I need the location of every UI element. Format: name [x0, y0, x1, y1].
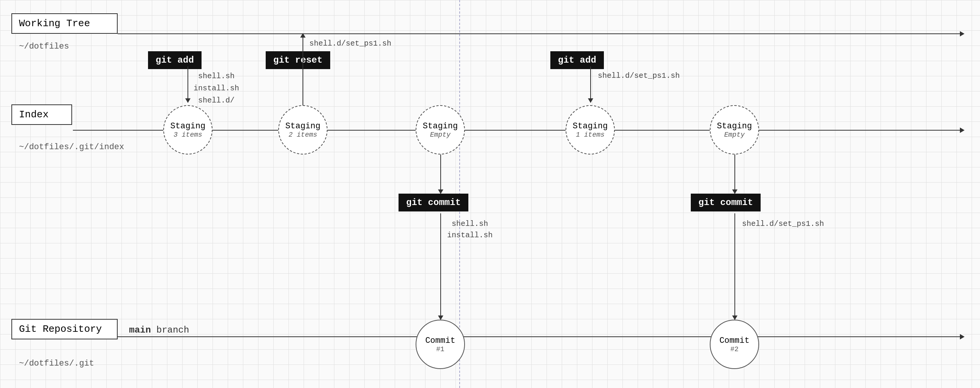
arrow-commit1-cmd-circle: [440, 213, 441, 320]
cmd-git-add-2: git add: [550, 51, 604, 69]
annotation-commit2: shell.d/set_ps1.sh: [742, 218, 824, 230]
annotation-reset: shell.d/set_ps1.sh: [309, 38, 391, 49]
index-label-box: Index: [11, 104, 72, 125]
connector-commit1-commit2: [465, 336, 655, 337]
main-branch-label: main branch: [129, 325, 189, 335]
staging-circle-1: Staging 3 items: [163, 105, 213, 154]
working-tree-label-box: Working Tree: [11, 13, 118, 34]
commit-circle-1: Commit #1: [415, 320, 465, 369]
working-tree-timeline: [118, 33, 964, 34]
repo-arrow-end: [759, 336, 964, 337]
repo-label-box: Git Repository: [11, 319, 118, 339]
connector-s4-s5: [615, 130, 710, 130]
cmd-git-add-1: git add: [148, 51, 202, 69]
arrow-s3-commit1-cmd: [440, 154, 441, 194]
staging-circle-4: Staging 1 items: [566, 105, 615, 154]
connector-s2-s3: [328, 130, 415, 130]
repo-sublabel: ~/dotfiles/.git: [19, 359, 94, 368]
staging-arrow-end: [759, 130, 964, 130]
commit-circle-2: Commit #2: [710, 320, 759, 369]
cmd-git-commit-1: git commit: [399, 194, 468, 211]
arrow-reset-up: [302, 33, 303, 105]
working-tree-sublabel: ~/dotfiles: [19, 42, 69, 51]
arrow-s5-commit2-cmd: [735, 154, 735, 194]
annotation-commit1: shell.shinstall.sh: [447, 218, 493, 241]
staging-circle-3: Staging Empty: [415, 105, 465, 154]
repo-label: Git Repository: [19, 323, 102, 335]
staging-circle-2: Staging 2 items: [278, 105, 328, 154]
working-tree-label: Working Tree: [19, 18, 90, 29]
annotation-add1: shell.shinstall.shshell.d/: [194, 70, 239, 107]
connector-s3-s4: [465, 130, 566, 130]
index-label: Index: [19, 109, 49, 120]
arrow-add2-down: [590, 67, 591, 102]
annotation-add2: shell.d/set_ps1.sh: [598, 70, 680, 82]
cmd-git-commit-2: git commit: [691, 194, 760, 211]
connector-repo-commit1: [118, 336, 415, 337]
staging-circle-5: Staging Empty: [710, 105, 759, 154]
arrow-add1-down: [188, 67, 188, 102]
arrow-commit2-cmd-circle: [735, 213, 735, 320]
diagram-canvas: Working Tree ~/dotfiles Index ~/dotfiles…: [0, 0, 980, 388]
index-sublabel: ~/dotfiles/.git/index: [19, 142, 124, 152]
cmd-git-reset: git reset: [266, 51, 330, 69]
